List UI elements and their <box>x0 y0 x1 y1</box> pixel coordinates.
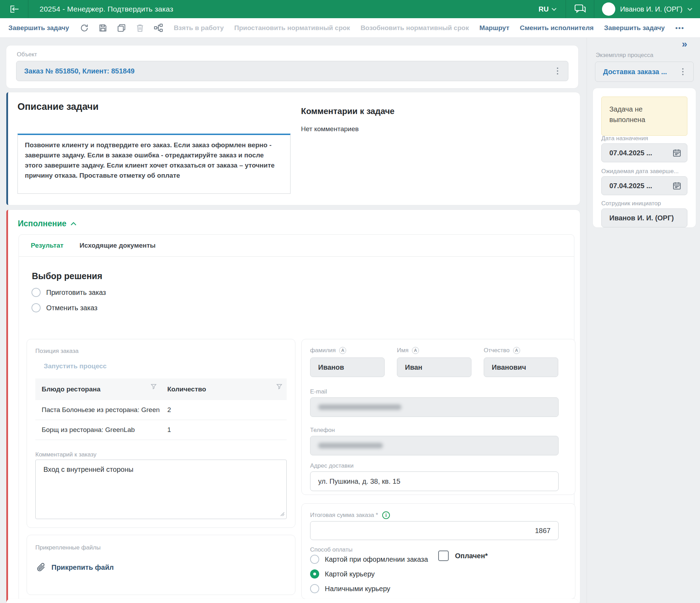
address-field[interactable]: ул. Пушкина, д. 38, кв. 15 <box>310 471 559 491</box>
middle-name-label: ОтчествоA <box>484 347 520 354</box>
decision-title: Выбор решения <box>32 271 102 281</box>
refresh-icon[interactable] <box>79 23 89 33</box>
radio-icon-checked <box>310 569 319 579</box>
filter-icon[interactable] <box>150 383 157 391</box>
save-icon[interactable] <box>98 23 107 33</box>
execution-title: Исполнение <box>18 219 66 228</box>
radio-card-to-courier[interactable]: Картой курьеру <box>310 569 375 579</box>
delete-icon[interactable] <box>135 23 145 33</box>
first-name-label: ИмяA <box>397 347 419 354</box>
order-items-card: Позиция заказа Запустить процесс Блюдо р… <box>27 339 295 528</box>
avatar <box>602 2 615 16</box>
process-instance-label: Экземпляр процесса <box>596 52 653 59</box>
execution-tabs: Результат Исходящие документы <box>19 235 574 257</box>
next-section-card <box>6 599 578 603</box>
description-title: Описание задачи <box>18 101 99 112</box>
middle-name-field: Иванович <box>484 357 558 377</box>
messages-button[interactable] <box>566 0 594 18</box>
cell-qty: 2 <box>161 400 287 420</box>
route-button[interactable]: Маршрут <box>479 24 510 32</box>
back-button[interactable] <box>0 0 28 18</box>
initiator-label: Сотрудник инициатор <box>601 200 661 207</box>
object-field: Заказ № 851850, Клиент: 851849 <box>16 61 568 81</box>
more-actions-button[interactable]: ••• <box>675 24 684 32</box>
cell-dish: Борщ из ресторана: GreenLab <box>35 420 161 440</box>
payment-method-label: Способ оплаты <box>310 546 352 553</box>
client-info-card: фамилияA ИмяA ОтчествоA Иванов Иван Иван… <box>301 339 575 495</box>
order-comment-label: Комментарий к заказу <box>35 451 96 458</box>
email-field <box>310 397 559 417</box>
last-name-field: Иванов <box>310 357 385 377</box>
paid-checkbox-row[interactable]: Оплачен* <box>438 551 488 561</box>
language-label: RU <box>539 5 549 13</box>
radio-icon <box>310 584 319 593</box>
pause-deadline-button[interactable]: Приостановить нормативный срок <box>234 24 350 32</box>
total-sum-label: Итоговая сумма заказа * i <box>310 511 390 519</box>
exit-left-icon <box>9 5 19 13</box>
letter-a-icon: A <box>339 347 346 354</box>
attach-file-label: Прикрепить файл <box>51 563 114 572</box>
radio-icon <box>31 288 41 297</box>
radio-label: Наличными курьеру <box>325 585 390 593</box>
resize-handle[interactable] <box>280 512 285 516</box>
process-menu-kebab-icon[interactable] <box>680 66 686 77</box>
language-selector[interactable]: RU <box>530 0 566 18</box>
paperclip-icon <box>36 562 46 572</box>
run-process-button[interactable]: Запустить процесс <box>44 362 107 370</box>
resume-deadline-button[interactable]: Возобновить нормативный срок <box>360 24 469 32</box>
object-menu-kebab-icon[interactable] <box>555 65 560 77</box>
chevron-down-icon <box>552 8 556 11</box>
redacted-phone <box>318 443 383 448</box>
radio-icon <box>31 303 41 312</box>
object-label: Объект <box>17 51 37 58</box>
letter-a-icon: A <box>412 347 419 354</box>
header-divider <box>28 0 28 18</box>
execution-card: Исполнение Результат Исходящие документы… <box>6 210 580 603</box>
radio-cancel-order[interactable]: Отменить заказ <box>31 303 98 312</box>
process-instance-link[interactable]: Доставка заказа ... <box>603 68 667 76</box>
radio-card-on-order[interactable]: Картой при оформлении заказа <box>310 555 428 564</box>
chevron-down-icon <box>687 8 692 11</box>
reassign-button[interactable]: Сменить исполнителя <box>520 24 594 32</box>
redacted-email <box>318 404 401 410</box>
chevron-up-icon <box>71 222 76 226</box>
tab-result[interactable]: Результат <box>31 242 63 249</box>
execution-panel: Результат Исходящие документы Выбор реше… <box>19 234 574 603</box>
radio-label: Картой при оформлении заказа <box>325 555 428 563</box>
payment-card: Итоговая сумма заказа * i 1867 Способ оп… <box>301 503 575 599</box>
paid-label: Оплачен* <box>455 552 488 560</box>
order-comment-textarea[interactable]: Вход с внутренней стороны <box>35 460 287 519</box>
due-date-label: Ожидаемая дата заверше... <box>601 168 690 175</box>
column-header-dish: Блюдо ресторана <box>35 378 161 400</box>
filter-icon[interactable] <box>276 383 282 391</box>
column-header-qty: Количество <box>161 378 287 400</box>
initiator-field: Иванов И. И. (ОРГ) <box>601 208 687 227</box>
execution-section-toggle[interactable]: Исполнение <box>18 219 76 228</box>
finish-task-button[interactable]: Завершить задачу <box>8 24 69 32</box>
table-row[interactable]: Борщ из ресторана: GreenLab 1 <box>35 420 287 440</box>
info-icon[interactable]: i <box>382 511 390 519</box>
object-link[interactable]: Заказ № 851850, Клиент: 851849 <box>24 67 134 75</box>
radio-icon <box>310 555 319 564</box>
assigned-date-field: 07.04.2025 ... <box>601 143 687 162</box>
radio-cash-to-courier[interactable]: Наличными курьеру <box>310 584 390 593</box>
top-bar: 20254 - Менеджер. Подтвердить заказ RU И… <box>0 0 700 18</box>
calendar-icon[interactable] <box>672 148 681 157</box>
description-text: Позвоните клиенту и подтвердите его зака… <box>18 134 290 194</box>
user-menu[interactable]: Иванов И. И. (ОРГ) <box>594 0 700 18</box>
task-page: 20254 - Менеджер. Подтвердить заказ RU И… <box>0 0 700 603</box>
radio-label: Отменить заказ <box>46 304 98 312</box>
calendar-icon[interactable] <box>672 181 681 190</box>
collapse-sidebar-button[interactable]: » <box>682 39 687 49</box>
total-sum-field[interactable]: 1867 <box>310 521 559 540</box>
tab-outgoing-documents[interactable]: Исходящие документы <box>79 242 155 249</box>
table-row[interactable]: Паста Болоньезе из ресторана: Green 2 <box>35 400 287 420</box>
checkbox-icon <box>438 551 449 561</box>
toolbar-icons <box>79 23 163 33</box>
attach-file-button[interactable]: Прикрепить файл <box>36 562 114 572</box>
copy-icon[interactable] <box>117 23 126 33</box>
process-map-icon[interactable] <box>154 23 163 33</box>
radio-prepare-order[interactable]: Приготовить заказ <box>31 288 106 297</box>
take-to-work-button[interactable]: Взять в работу <box>174 24 224 32</box>
finish-task-button-right[interactable]: Завершить задачу <box>604 24 665 32</box>
